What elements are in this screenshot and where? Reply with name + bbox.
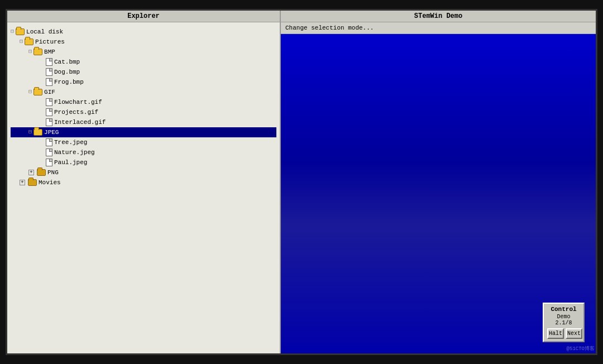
tree-item-frog[interactable]: Frog.bmp [11, 77, 276, 87]
tree-item-movies[interactable]: + Movies [11, 178, 276, 188]
tree-item-cat[interactable]: Cat.bmp [11, 57, 276, 67]
tree-item-gif[interactable]: ⊟ GIF [11, 87, 276, 97]
tree-item-bmp[interactable]: ⊟ BMP [11, 47, 276, 57]
tree-item-interlaced[interactable]: Interlaced.gif [11, 117, 276, 127]
file-icon-projects [46, 108, 52, 116]
tree-item-flowchart[interactable]: Flowchart.gif [11, 97, 276, 107]
expand-png[interactable]: + [28, 170, 34, 175]
tree-item-projects[interactable]: Projects.gif [11, 107, 276, 117]
tree-item-jpeg[interactable]: ⊟ JPEG [11, 127, 276, 137]
tree-item-local-disk[interactable]: ⊟ Local disk [11, 27, 276, 37]
folder-icon-pictures [25, 39, 34, 45]
explorer-panel: Explorer ⊟ Local disk ⊟ Pictures ⊟ BMP [7, 11, 281, 353]
halt-button[interactable]: Halt [547, 328, 564, 339]
file-icon-tree [46, 138, 52, 146]
drive-icon [16, 28, 25, 35]
folder-icon-gif [34, 89, 42, 95]
watermark: @51CTO博客 [567, 345, 595, 352]
folder-icon-movies [28, 179, 37, 186]
file-icon-paul [46, 159, 52, 166]
explorer-content[interactable]: ⊟ Local disk ⊟ Pictures ⊟ BMP Cat.bmp [7, 22, 280, 353]
file-icon-frog [46, 78, 52, 86]
folder-icon-png [37, 169, 46, 176]
stemwin-status: Change selection mode... [281, 22, 596, 34]
stemwin-panel: STemWin Demo Change selection mode... Co… [281, 11, 596, 353]
tree-line: ⊟ [28, 87, 32, 97]
folder-icon-jpeg [34, 129, 42, 136]
folder-icon-bmp [34, 49, 42, 55]
tree-item-pictures[interactable]: ⊟ Pictures [11, 37, 276, 47]
main-screen: Explorer ⊟ Local disk ⊟ Pictures ⊟ BMP [6, 9, 597, 355]
tree-item-tree-jpeg[interactable]: Tree.jpeg [11, 137, 276, 147]
tree-line: ⊟ [28, 47, 32, 57]
control-buttons: Halt Next [547, 328, 580, 339]
explorer-title: Explorer [7, 11, 280, 22]
file-icon-flowchart [46, 98, 52, 106]
control-version: Demo 2.1/8 [547, 314, 580, 326]
control-box: Control Demo 2.1/8 Halt Next [543, 303, 585, 342]
file-icon-cat [46, 58, 52, 66]
stemwin-title: STemWin Demo [281, 11, 596, 22]
tree-item-paul[interactable]: Paul.jpeg [11, 157, 276, 167]
tree-item-nature[interactable]: Nature.jpeg [11, 147, 276, 157]
expand-movies[interactable]: + [20, 180, 25, 185]
next-button[interactable]: Next [566, 328, 582, 339]
tree-line: ⊟ [28, 127, 32, 137]
control-title: Control [547, 306, 580, 313]
file-icon-interlaced [46, 118, 52, 126]
stemwin-display: Control Demo 2.1/8 Halt Next [281, 34, 596, 353]
file-icon-nature [46, 149, 52, 156]
tree-line: ⊟ [20, 37, 23, 47]
file-icon-dog [46, 68, 52, 76]
tree-item-dog[interactable]: Dog.bmp [11, 67, 276, 77]
tree-line: ⊟ [11, 27, 14, 37]
tree-item-png[interactable]: + PNG [11, 167, 276, 178]
